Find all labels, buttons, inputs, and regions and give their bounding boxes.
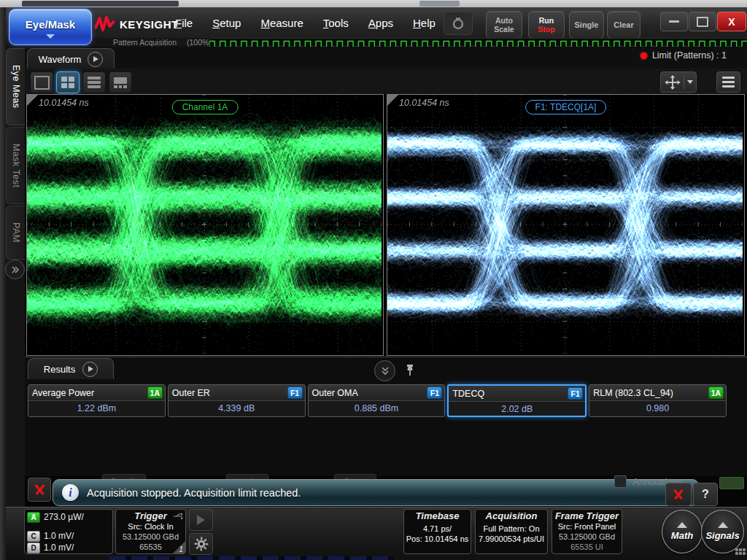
screenshot-button[interactable] xyxy=(444,12,473,35)
background-window-fragment xyxy=(109,556,394,560)
layout-buttons xyxy=(30,71,132,93)
eye-diagram-f1-tdecq[interactable] xyxy=(387,95,743,354)
eye-panel-function[interactable]: 10.01454 ns F1: TDECQ[1A] xyxy=(387,94,745,356)
close-icon: X xyxy=(728,16,735,28)
timebase-stamp: 10.01454 ns xyxy=(399,98,449,108)
info-icon: i xyxy=(62,484,79,501)
eye-panel-channel[interactable]: 10.01454 ns Channel 1A xyxy=(26,94,384,356)
chevron-down-icon xyxy=(46,34,55,39)
play-icon xyxy=(93,56,98,62)
mode-selector-button[interactable]: Eye/Mask xyxy=(9,9,92,45)
results-cells: Average Power1A 1.22 dBm Outer ERF1 4.33… xyxy=(28,384,727,417)
timebase-block[interactable]: Timebase 4.71 ps/ Pos: 10.01454 ns xyxy=(403,509,471,554)
layout-quad-icon xyxy=(61,77,74,88)
sidebar-tab-mask-test[interactable]: Mask Test xyxy=(6,127,25,204)
channel-c-badge: C xyxy=(27,531,40,542)
play-icon xyxy=(197,515,205,525)
layout-single-icon xyxy=(34,76,50,90)
annotations-checkbox[interactable] xyxy=(614,475,627,488)
pan-mode-button[interactable] xyxy=(660,71,697,93)
double-chevron-right-icon xyxy=(11,265,20,274)
layout-main-thumbs-button[interactable] xyxy=(109,71,132,93)
layout-single-button[interactable] xyxy=(30,71,53,93)
camera-icon xyxy=(450,17,466,30)
panel-corner-marker[interactable] xyxy=(387,95,398,106)
timebase-stamp: 10.01454 ns xyxy=(39,98,89,108)
channel-badge: 1A xyxy=(708,386,724,399)
acquisition-block[interactable]: Acquisition Full Pattern: On 7.99000534 … xyxy=(475,509,548,554)
help-button[interactable]: ? xyxy=(693,483,718,506)
clear-button[interactable]: Clear xyxy=(607,11,640,39)
result-cell-rlm[interactable]: RLM (802.3 CL_94)1A 0.980 xyxy=(589,384,727,417)
notification-message: Acquisition stopped. Acquisition limit r… xyxy=(87,487,301,499)
mode-selector-label: Eye/Mask xyxy=(26,18,75,31)
menu-apps[interactable]: Apps xyxy=(368,17,393,29)
function-badge: F1 xyxy=(287,386,303,399)
brand-name: KEYSIGHT xyxy=(120,18,179,31)
sidebar-tab-pam[interactable]: PAM xyxy=(6,206,25,260)
channel-d-row[interactable]: D 1.0 mV/ xyxy=(25,542,112,553)
result-cell-outer-er[interactable]: Outer ERF1 4.339 dB xyxy=(168,384,306,417)
pan-mode-dropdown[interactable] xyxy=(684,80,696,84)
layout-rows-button[interactable] xyxy=(82,71,106,93)
status-fragment xyxy=(719,477,744,489)
single-button[interactable]: Single xyxy=(569,11,604,39)
chevron-up-icon xyxy=(677,522,687,528)
tab-waveform[interactable]: Waveform xyxy=(27,48,115,69)
result-cell-outer-oma[interactable]: Outer OMAF1 0.885 dBm xyxy=(308,384,446,417)
layout-quad-button[interactable] xyxy=(56,71,80,93)
results-pin-button[interactable] xyxy=(402,360,418,380)
measurement-play-button[interactable] xyxy=(189,509,213,531)
close-button[interactable]: X xyxy=(717,12,746,31)
layout-rows-icon xyxy=(88,77,101,88)
tab-results[interactable]: Results xyxy=(28,358,114,379)
source-label-channel-1a[interactable]: Channel 1A xyxy=(172,100,239,114)
layout-main-thumbs-icon xyxy=(114,77,127,88)
signals-button[interactable]: Signals xyxy=(701,510,744,553)
result-cell-average-power[interactable]: Average Power1A 1.22 dBm xyxy=(28,384,166,417)
background-window-strip xyxy=(0,0,747,7)
background-window-title xyxy=(22,1,179,7)
background-window-fragment xyxy=(419,1,460,7)
frame-trigger-block[interactable]: Frame Trigger Src: Front Panel 53.125000… xyxy=(551,509,622,554)
gear-icon xyxy=(194,537,209,551)
red-x-icon xyxy=(673,489,684,500)
trigger-block[interactable]: Trigger Src: Clock In 53.125000 GBd 6553… xyxy=(115,509,186,554)
chevron-up-icon xyxy=(718,522,728,528)
display-toolbar xyxy=(25,69,747,94)
dismiss-notification-button[interactable] xyxy=(665,483,692,506)
keysight-spark-icon xyxy=(95,16,115,32)
auto-scale-button[interactable]: Auto Scale xyxy=(486,11,522,39)
menu-measure[interactable]: Measure xyxy=(260,17,303,29)
waveform-menu-play-button[interactable] xyxy=(88,52,103,67)
menu-setup[interactable]: Setup xyxy=(212,17,241,29)
source-label-f1-tdecq[interactable]: F1: TDECQ[1A] xyxy=(525,100,607,114)
pattern-acquisition-percent: (100%) xyxy=(187,38,212,47)
channel-badge: 1A xyxy=(147,386,163,399)
channel-c-row[interactable]: C 1.0 mV/ xyxy=(25,530,112,542)
math-button[interactable]: Math xyxy=(662,510,703,553)
result-cell-tdecq[interactable]: TDECQF1 2.02 dB xyxy=(447,384,587,417)
run-stop-button[interactable]: Run Stop xyxy=(528,11,565,39)
usb-icon xyxy=(174,513,183,519)
maximize-button[interactable] xyxy=(689,12,716,31)
channel-a-row[interactable]: A 273.0 µW/ xyxy=(25,511,112,523)
results-collapse-button[interactable] xyxy=(374,360,395,381)
sidebar-tab-eye-meas[interactable]: Eye Meas xyxy=(6,48,25,125)
eye-diagram-channel-1a[interactable] xyxy=(27,95,382,354)
function-badge: F1 xyxy=(568,387,583,400)
menu-tools[interactable]: Tools xyxy=(323,17,349,29)
resize-grip[interactable] xyxy=(735,548,746,555)
sidebar-expand-button[interactable] xyxy=(5,260,25,279)
delete-measurement-button[interactable] xyxy=(28,478,51,502)
menu-help[interactable]: Help xyxy=(413,17,436,29)
minimize-button[interactable] xyxy=(660,12,688,31)
display-menu-button[interactable] xyxy=(716,71,740,93)
panel-corner-marker[interactable] xyxy=(27,95,38,106)
menu-bar: File Setup Measure Tools Apps Help xyxy=(175,17,436,29)
trigger-corner-number: 1 xyxy=(179,545,183,553)
menu-file[interactable]: File xyxy=(175,17,193,29)
results-menu-play-button[interactable] xyxy=(82,362,98,377)
settings-button[interactable] xyxy=(189,533,213,555)
channels-block[interactable]: A 273.0 µW/ C 1.0 mV/ D 1.0 mV/ xyxy=(24,509,113,554)
